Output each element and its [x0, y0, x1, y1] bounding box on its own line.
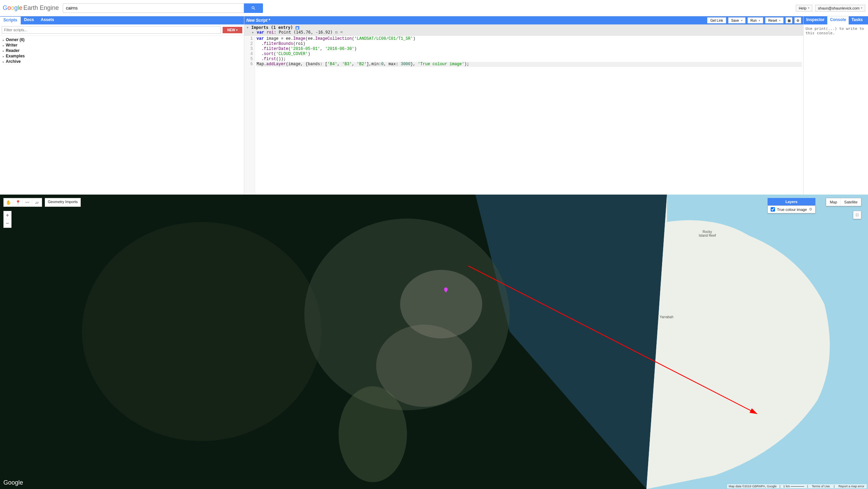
filter-scripts-input[interactable]: [2, 26, 221, 34]
header-right: Help▾ shaun@shaunlevick.com▾: [796, 5, 865, 12]
map-view[interactable]: Rocky Island Reef Yarrabah ✋ 📍 〰 ▱ Geome…: [0, 195, 868, 489]
fullscreen-icon: [855, 213, 859, 217]
search-button[interactable]: [244, 3, 263, 13]
hand-tool[interactable]: ✋: [4, 198, 13, 206]
svg-point-6: [339, 386, 407, 482]
layer-name: True colour image: [777, 207, 807, 212]
tree-examples[interactable]: Examples: [3, 53, 241, 59]
save-button[interactable]: Save: [728, 17, 746, 23]
point-tool[interactable]: 📍: [13, 198, 23, 206]
help-menu[interactable]: Help▾: [796, 5, 812, 12]
code-lines[interactable]: var image = ee.Image(ee.ImageCollection(…: [255, 36, 803, 195]
map-toolbar: ✋ 📍 〰 ▱ Geometry Imports: [3, 198, 81, 207]
script-title: New Script *: [246, 18, 270, 23]
layer-checkbox[interactable]: [771, 207, 775, 212]
apps-icon[interactable]: ▦: [786, 17, 792, 23]
scripts-panel: Scripts Docs Assets NEW▾ Owner (6) Write…: [0, 16, 244, 195]
run-button[interactable]: Run: [748, 17, 763, 23]
tab-scripts[interactable]: Scripts: [0, 16, 21, 24]
tree-writer[interactable]: Writer: [3, 42, 241, 48]
report-error-link[interactable]: Report a map error: [838, 485, 864, 488]
tab-console[interactable]: Console: [827, 16, 849, 24]
layers-button[interactable]: Layers: [768, 198, 815, 205]
tree-archive[interactable]: Archive: [3, 59, 241, 64]
main-panels: Scripts Docs Assets NEW▾ Owner (6) Write…: [0, 16, 868, 195]
maptype-map[interactable]: Map: [826, 198, 841, 206]
tab-assets[interactable]: Assets: [37, 16, 57, 24]
scripts-toolbar: NEW▾: [0, 24, 244, 36]
layers-list: True colour image ⚙: [768, 205, 815, 213]
search-icon: [251, 6, 256, 11]
search-input[interactable]: [63, 3, 244, 13]
fullscreen-button[interactable]: [853, 211, 861, 219]
polygon-tool[interactable]: ▱: [32, 198, 42, 206]
maptype-control: Map Satellite: [826, 198, 861, 206]
search-wrap: [63, 3, 263, 13]
map-background: [0, 195, 868, 489]
gear-icon[interactable]: ⚙: [794, 17, 801, 23]
scripts-tree: Owner (6) Writer Reader Examples Archive: [0, 36, 244, 66]
editor-header: New Script * Get Link Save Run Reset ▦ ⚙: [244, 16, 803, 24]
google-watermark: Google: [3, 479, 23, 486]
console-output: Use print(...) to write to this console.: [804, 24, 868, 195]
console-panel: Inspector Console Tasks Use print(...) t…: [804, 16, 868, 195]
label-rocky: Rocky Island Reef: [699, 230, 716, 237]
line-tool[interactable]: 〰: [23, 198, 32, 206]
editor-panel: New Script * Get Link Save Run Reset ▦ ⚙…: [244, 16, 804, 195]
tree-owner[interactable]: Owner (6): [3, 37, 241, 42]
layers-panel: Layers True colour image ⚙: [768, 198, 815, 213]
geometry-imports-button[interactable]: Geometry Imports: [45, 198, 81, 207]
reset-button[interactable]: Reset: [765, 17, 784, 23]
code-editor[interactable]: 1 2 3 4 5 6 var image = ee.Image(ee.Imag…: [244, 36, 803, 195]
roi-marker[interactable]: [443, 286, 449, 294]
zoom-control: + −: [3, 211, 12, 228]
tab-inspector[interactable]: Inspector: [804, 16, 827, 24]
label-yarrabah: Yarrabah: [660, 315, 673, 319]
layer-settings-icon[interactable]: ⚙: [809, 207, 812, 212]
zoom-in-button[interactable]: +: [4, 211, 11, 219]
zoom-out-button[interactable]: −: [4, 219, 11, 228]
tab-docs[interactable]: Docs: [21, 16, 37, 24]
editor-toolbar: Get Link Save Run Reset ▦ ⚙: [707, 17, 801, 23]
logo: Google Earth Engine: [3, 4, 59, 12]
line-gutter: 1 2 3 4 5 6: [244, 36, 255, 195]
marker-icon: [443, 286, 449, 294]
imports-block[interactable]: ▾ Imports (1 entry) ▦ ▸ var roi: Point (…: [244, 24, 803, 36]
left-tabs: Scripts Docs Assets: [0, 16, 244, 24]
tab-tasks[interactable]: Tasks: [849, 16, 865, 24]
maptype-satellite[interactable]: Satellite: [841, 198, 861, 206]
terms-link[interactable]: Terms of Use: [812, 485, 830, 488]
right-tabs: Inspector Console Tasks: [804, 16, 868, 24]
map-attribution: Map data ©2019 GBRMPA, Google | 1 km | T…: [727, 484, 867, 488]
tree-reader[interactable]: Reader: [3, 48, 241, 53]
getlink-button[interactable]: Get Link: [707, 17, 726, 23]
account-menu[interactable]: shaun@shaunlevick.com▾: [815, 5, 865, 12]
layer-row: True colour image ⚙: [768, 206, 815, 213]
app-header: Google Earth Engine Help▾ shaun@shaunlev…: [0, 0, 868, 16]
new-script-button[interactable]: NEW▾: [223, 27, 242, 33]
svg-point-2: [82, 222, 322, 441]
draw-tools: ✋ 📍 〰 ▱: [3, 198, 42, 207]
